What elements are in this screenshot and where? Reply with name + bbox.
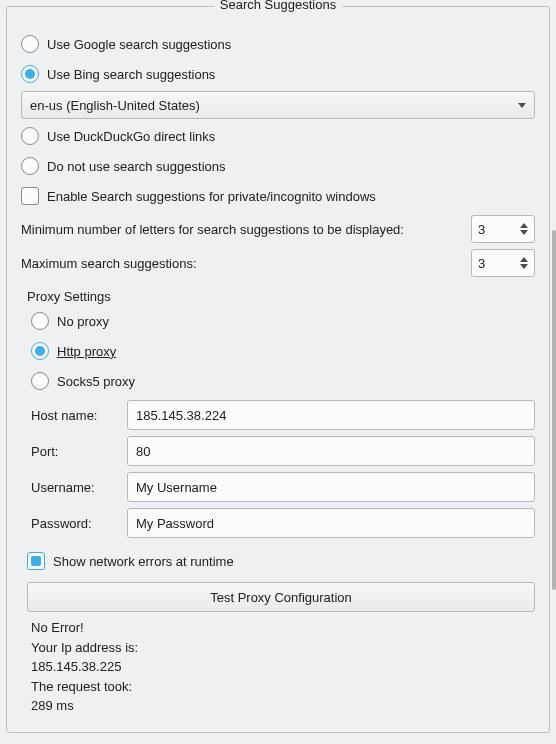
group-title-text: Search Suggestions [214,0,342,12]
radio-google-label: Use Google search suggestions [47,37,231,52]
port-label: Port: [27,444,119,459]
group-title: Search Suggestions [7,6,549,21]
radio-icon [31,312,49,330]
radio-none[interactable]: Do not use search suggestions [21,153,535,179]
radio-bing[interactable]: Use Bing search suggestions [21,61,535,87]
radio-icon [31,342,49,360]
radio-no-proxy[interactable]: No proxy [31,308,535,334]
radio-socks5-proxy-label: Socks5 proxy [57,374,135,389]
scrollbar-track[interactable] [552,230,556,590]
result-line: The request took: [31,677,531,697]
proxy-test-result: No Error! Your Ip address is: 185.145.38… [31,618,531,716]
host-input[interactable] [127,400,535,430]
min-letters-spinbox[interactable]: 3 [471,215,535,243]
radio-ddg-label: Use DuckDuckGo direct links [47,129,215,144]
max-suggestions-value: 3 [478,256,485,271]
password-input[interactable] [127,508,535,538]
result-line: 185.145.38.225 [31,657,531,677]
radio-none-label: Do not use search suggestions [47,159,226,174]
min-letters-value: 3 [478,222,485,237]
password-label: Password: [27,516,119,531]
checkbox-private-suggestions[interactable]: Enable Search suggestions for private/in… [21,183,535,209]
result-line: 289 ms [31,696,531,716]
checkbox-icon [27,552,45,570]
port-input[interactable] [127,436,535,466]
radio-duckduckgo[interactable]: Use DuckDuckGo direct links [21,123,535,149]
locale-selected: en-us (English-United States) [30,98,200,113]
radio-icon [31,372,49,390]
radio-http-proxy-label: Http proxy [57,344,116,359]
max-suggestions-spinbox[interactable]: 3 [471,249,535,277]
radio-bing-label: Use Bing search suggestions [47,67,215,82]
username-label: Username: [27,480,119,495]
host-label: Host name: [27,408,119,423]
spin-arrows[interactable] [520,257,528,269]
radio-http-proxy[interactable]: Http proxy [31,338,535,364]
radio-icon [21,127,39,145]
chevron-down-icon [518,103,526,108]
checkbox-show-errors[interactable]: Show network errors at runtime [27,548,535,574]
chevron-down-icon [520,230,528,235]
chevron-up-icon [520,223,528,228]
spin-arrows[interactable] [520,223,528,235]
username-input[interactable] [127,472,535,502]
radio-icon [21,157,39,175]
chevron-down-icon [520,264,528,269]
search-suggestions-group: Search Suggestions Use Google search sug… [6,6,550,733]
radio-icon [21,35,39,53]
max-suggestions-label: Maximum search suggestions: [21,256,197,271]
radio-socks5-proxy[interactable]: Socks5 proxy [31,368,535,394]
radio-icon [21,65,39,83]
locale-combo[interactable]: en-us (English-United States) [21,91,535,119]
checkbox-show-errors-label: Show network errors at runtime [53,554,234,569]
result-line: Your Ip address is: [31,638,531,658]
result-line: No Error! [31,618,531,638]
chevron-up-icon [520,257,528,262]
proxy-settings-heading: Proxy Settings [27,289,535,304]
checkbox-private-label: Enable Search suggestions for private/in… [47,189,376,204]
test-proxy-button[interactable]: Test Proxy Configuration [27,582,535,612]
min-letters-label: Minimum number of letters for search sug… [21,222,404,237]
radio-google[interactable]: Use Google search suggestions [21,31,535,57]
radio-no-proxy-label: No proxy [57,314,109,329]
checkbox-icon [21,187,39,205]
